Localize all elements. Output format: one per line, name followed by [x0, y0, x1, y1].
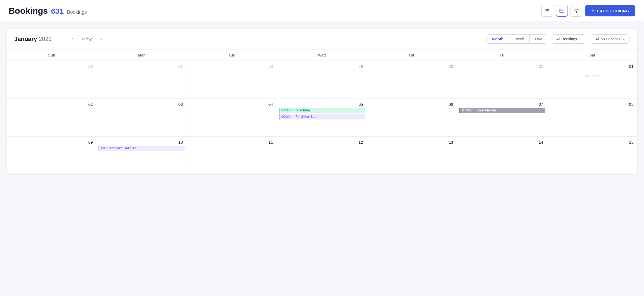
event-time: 03:00pm [281, 108, 295, 112]
event-time: 09:30am [101, 146, 114, 150]
today-button[interactable]: Today [77, 34, 96, 44]
calendar-toolbar: January 2022 ‹ Today › Month Week Day Al… [7, 29, 637, 50]
day-num-12: 12 [279, 139, 365, 146]
cell-dec-31[interactable]: 31 [457, 61, 547, 98]
cell-jan-03[interactable]: 03 [97, 99, 187, 136]
cell-jan-04[interactable]: 04 [187, 99, 277, 136]
cell-jan-01[interactable]: 01 No events [547, 61, 637, 98]
day-num-03: 03 [99, 101, 185, 108]
add-booking-label: + ADD BOOKING [596, 9, 629, 13]
cell-jan-15[interactable]: 15 [547, 137, 637, 174]
cell-jan-14[interactable]: 14 [457, 137, 547, 174]
calendar-week-1: 26 27 28 29 30 31 01 No events [7, 61, 637, 98]
header-left: Bookings 631 Bookings [9, 6, 87, 16]
gear-icon [574, 8, 579, 13]
cell-jan-09[interactable]: 09 [7, 137, 97, 174]
list-icon [545, 8, 550, 13]
cell-dec-30[interactable]: 30 [367, 61, 457, 98]
services-chevron-icon: ⌄ [622, 37, 625, 41]
day-num-04: 04 [188, 101, 275, 108]
day-num-31: 31 [459, 63, 545, 70]
event-lawn-jan07[interactable]: 10:30am Lawn Mainte... [459, 108, 545, 113]
cell-jan-05[interactable]: 05 03:00pm coaching 06:00pm Fertilizer S… [277, 99, 367, 136]
day-header-mon: Mon [97, 50, 187, 61]
day-headers: Sun Mon Tue Wed Thu Fri Sat [7, 50, 637, 61]
event-coaching-jan05[interactable]: 03:00pm coaching [279, 108, 365, 113]
prev-month-button[interactable]: ‹ [67, 34, 77, 44]
booking-count: 631 [51, 7, 64, 16]
day-num-29: 29 [279, 63, 365, 70]
cell-dec-27[interactable]: 27 [97, 61, 187, 98]
cell-jan-13[interactable]: 13 [367, 137, 457, 174]
event-name: Fertilizer Ser... [295, 115, 318, 119]
day-num-07: 07 [459, 101, 545, 108]
svg-point-7 [576, 10, 577, 12]
day-num-28: 28 [188, 63, 275, 70]
day-num-09: 09 [8, 139, 95, 146]
cell-jan-06[interactable]: 06 [367, 99, 457, 136]
cell-jan-11[interactable]: 11 [187, 137, 277, 174]
cell-jan-07[interactable]: 07 10:30am Lawn Mainte... [457, 99, 547, 136]
day-num-11: 11 [188, 139, 275, 146]
event-fertilizer-jan10[interactable]: 09:30am Fertilizer Ser... [99, 146, 185, 151]
cell-jan-12[interactable]: 12 [277, 137, 367, 174]
cell-dec-28[interactable]: 28 [187, 61, 277, 98]
header-subtitle: Bookings [67, 9, 87, 15]
day-num-30: 30 [369, 63, 455, 70]
settings-button[interactable] [570, 5, 582, 17]
day-num-08: 08 [549, 101, 636, 108]
svg-rect-0 [545, 9, 549, 10]
cell-jan-02[interactable]: 02 [7, 99, 97, 136]
calendar-nav: ‹ Today › [67, 34, 106, 44]
year-label: 2022 [39, 36, 52, 42]
event-time: 10:30am [461, 108, 475, 112]
calendar-weeks: 26 27 28 29 30 31 01 No events [7, 61, 637, 174]
day-num-01: 01 [549, 63, 636, 70]
month-year-display: January 2022 [14, 36, 63, 43]
svg-rect-1 [545, 10, 549, 11]
day-num-02: 02 [8, 101, 95, 108]
calendar-week-3: 09 10 09:30am Fertilizer Ser... 11 12 13… [7, 136, 637, 174]
page-title: Bookings [9, 6, 48, 16]
calendar-view-button[interactable] [556, 5, 568, 17]
cell-jan-08[interactable]: 08 [547, 99, 637, 136]
day-header-thu: Thu [367, 50, 457, 61]
cell-dec-29[interactable]: 29 [277, 61, 367, 98]
day-header-sun: Sun [7, 50, 97, 61]
day-header-sat: Sat [547, 50, 637, 61]
month-label: January [14, 36, 37, 42]
day-num-27: 27 [99, 63, 185, 70]
cell-jan-10[interactable]: 10 09:30am Fertilizer Ser... [97, 137, 187, 174]
no-events-text: No events [549, 74, 636, 78]
add-booking-icon: + [592, 8, 594, 13]
header-right: + + ADD BOOKING [541, 5, 635, 17]
all-services-filter[interactable]: All 65 Services ⌄ [591, 34, 630, 44]
day-num-15: 15 [549, 139, 636, 146]
list-view-button[interactable] [541, 5, 553, 17]
next-month-button[interactable]: › [96, 34, 106, 44]
event-name: coaching [295, 108, 310, 112]
day-num-26: 26 [8, 63, 95, 70]
event-time: 06:00pm [281, 115, 295, 119]
page-header: Bookings 631 Bookings [0, 0, 644, 22]
day-header-tue: Tue [187, 50, 277, 61]
event-name: Lawn Mainte... [476, 108, 499, 112]
calendar-container: January 2022 ‹ Today › Month Week Day Al… [6, 28, 638, 175]
add-booking-button[interactable]: + + ADD BOOKING [585, 5, 635, 16]
day-header-fri: Fri [457, 50, 547, 61]
day-view-button[interactable]: Day [530, 35, 547, 43]
day-num-13: 13 [369, 139, 455, 146]
event-fertilizer-jan05[interactable]: 06:00pm Fertilizer Ser... [279, 114, 365, 119]
all-bookings-label: All Bookings [556, 37, 577, 41]
calendar-icon [559, 8, 564, 13]
day-num-05: 05 [279, 101, 365, 108]
calendar-week-2: 02 03 04 05 03:00pm coaching 06:00pm Fer… [7, 98, 637, 136]
view-toggle: Month Week Day [486, 34, 547, 44]
day-num-10: 10 [99, 139, 185, 146]
all-bookings-filter[interactable]: All Bookings ⌄ [552, 34, 586, 44]
week-view-button[interactable]: Week [509, 35, 530, 43]
month-view-button[interactable]: Month [487, 35, 509, 43]
cell-dec-26[interactable]: 26 [7, 61, 97, 98]
all-services-label: All 65 Services [595, 37, 620, 41]
svg-rect-2 [545, 12, 549, 12]
